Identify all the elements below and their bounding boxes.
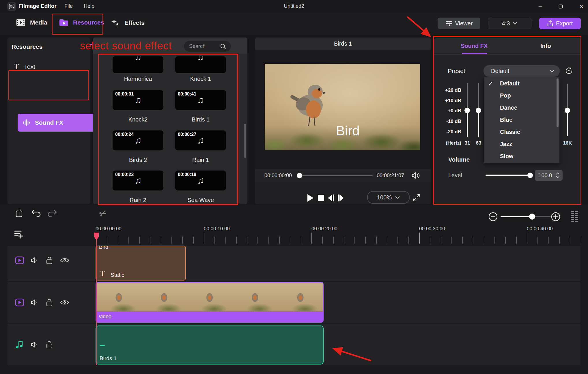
eq-band-handle[interactable]: [476, 108, 481, 113]
viewer-button-label: Viewer: [455, 20, 473, 27]
timeline-zoom-handle[interactable]: [529, 214, 535, 220]
chevron-down-icon: [395, 196, 400, 199]
track-mute-icon[interactable]: [31, 341, 39, 349]
spinner-icon[interactable]: [556, 172, 560, 179]
text-clip[interactable]: Bird T Static: [96, 246, 186, 280]
stop-button[interactable]: [318, 195, 324, 201]
sound-item-thumb[interactable]: 00:00:27 ♫: [175, 130, 226, 150]
tab-resources[interactable]: Resources: [59, 18, 104, 27]
preset-menu-item[interactable]: Jazz: [500, 141, 512, 147]
sound-item-thumb[interactable]: ♫: [175, 56, 226, 73]
preset-label: Preset: [448, 68, 465, 74]
eq-band-handle[interactable]: [464, 108, 470, 113]
redo-icon[interactable]: [47, 210, 57, 217]
eq-band-slider[interactable]: [567, 84, 568, 110]
preset-menu-item[interactable]: Default: [500, 80, 520, 87]
preset-dropdown[interactable]: Default: [484, 65, 560, 77]
eq-band-slider[interactable]: [478, 110, 479, 137]
track-lock-icon[interactable]: [46, 298, 53, 307]
ruler-major-ticks[interactable]: [96, 233, 582, 244]
audio-track-type-icon[interactable]: [16, 341, 24, 349]
minimize-button[interactable]: –: [534, 0, 547, 13]
text-track-type-icon[interactable]: [15, 256, 24, 264]
preview-panel: Birds 1 Bird 00:00:0: [255, 38, 431, 204]
menu-scrollbar[interactable]: [557, 78, 559, 127]
sound-item-name: Knock 1: [175, 76, 226, 82]
preset-menu-item[interactable]: Dance: [500, 104, 517, 111]
seek-handle[interactable]: [297, 173, 302, 178]
level-value-box[interactable]: 100.0: [535, 170, 563, 181]
play-button[interactable]: [307, 194, 314, 202]
eq-band-slider[interactable]: [478, 83, 479, 110]
add-track-icon[interactable]: [14, 230, 24, 240]
level-slider[interactable]: [486, 175, 531, 176]
sound-item-thumb[interactable]: 00:00:41 ♫: [175, 90, 226, 110]
track-lock-icon[interactable]: [46, 256, 53, 265]
close-button[interactable]: ×: [575, 0, 588, 13]
undo-icon[interactable]: [31, 210, 41, 217]
eq-band-slider[interactable]: [467, 83, 468, 110]
level-handle[interactable]: [527, 173, 533, 178]
sound-item-thumb[interactable]: 00:00:24 ♫: [113, 130, 163, 150]
fullscreen-icon[interactable]: [413, 194, 420, 201]
tab-info[interactable]: Info: [540, 43, 551, 49]
eq-band-slider[interactable]: [467, 110, 468, 137]
zoom-out-icon[interactable]: [488, 212, 498, 221]
preview-zoom-dropdown[interactable]: 100%: [367, 191, 410, 204]
sound-item-thumb[interactable]: 00:00:23 ♫: [113, 171, 163, 190]
total-time: 00:00:21:07: [377, 173, 404, 179]
viewer-sliders-icon: [445, 20, 452, 26]
video-clip[interactable]: video: [96, 282, 324, 323]
track-visibility-icon[interactable]: [60, 299, 69, 306]
sound-item-thumb[interactable]: 00:00:01 ♫: [113, 90, 163, 110]
preset-menu-item[interactable]: Classic: [500, 129, 520, 135]
delete-icon[interactable]: [15, 209, 23, 218]
menu-help[interactable]: Help: [84, 3, 94, 9]
preset-menu-item[interactable]: Pop: [500, 92, 511, 99]
reset-icon[interactable]: [565, 66, 573, 75]
search-box[interactable]: [184, 41, 231, 52]
tab-effects[interactable]: Effects: [111, 18, 145, 27]
split-scissors-icon[interactable]: ✂: [98, 207, 108, 219]
track-height-icon[interactable]: [570, 210, 579, 222]
sidebar-item-text[interactable]: T Text: [14, 60, 83, 73]
audio-clip[interactable]: Birds 1: [96, 326, 324, 364]
track-lock-icon[interactable]: [46, 340, 53, 349]
sidebar-item-soundfx[interactable]: Sound FX: [18, 114, 95, 132]
timeline-zoom-track-filled[interactable]: [501, 216, 532, 217]
tab-media[interactable]: Media: [16, 18, 47, 27]
speaker-icon[interactable]: [411, 171, 420, 179]
eq-band-slider[interactable]: [567, 110, 568, 136]
menu-file[interactable]: File: [64, 3, 73, 9]
grid-scrollbar[interactable]: [244, 124, 246, 158]
preset-menu-item[interactable]: Blue: [500, 117, 512, 123]
previous-frame-button[interactable]: [327, 194, 335, 202]
search-input[interactable]: [189, 42, 221, 50]
eq-band-value: 63: [474, 140, 483, 146]
preset-menu-item[interactable]: Slow: [500, 153, 514, 160]
zoom-in-icon[interactable]: [551, 212, 560, 221]
maximize-button[interactable]: [554, 0, 567, 13]
tab-soundfx[interactable]: Sound FX: [461, 43, 488, 49]
beamed-note-icon: ♫: [175, 175, 226, 186]
seek-bar[interactable]: [298, 175, 373, 176]
sound-item-thumb[interactable]: ♫: [113, 56, 163, 73]
track-mute-icon[interactable]: [31, 298, 39, 306]
sound-item-name: Rain 2: [113, 197, 163, 203]
video-clip-thumbnails: [96, 283, 323, 311]
viewer-button[interactable]: Viewer: [438, 18, 480, 29]
next-frame-button[interactable]: [337, 194, 345, 202]
volume-label: Volume: [448, 156, 470, 163]
effects-icon: [111, 18, 120, 27]
export-button[interactable]: Export: [539, 18, 581, 29]
playhead[interactable]: [96, 233, 97, 365]
eq-band-handle[interactable]: [565, 108, 570, 113]
sound-item-name: Rain 1: [175, 157, 226, 163]
ruler-label: 00:00:10:00: [204, 226, 230, 232]
sound-item-thumb[interactable]: 00:00:19 ♫: [175, 171, 226, 190]
track-mute-icon[interactable]: [31, 256, 39, 264]
video-track-type-icon[interactable]: [15, 298, 24, 306]
aspect-ratio-dropdown[interactable]: 4:3: [488, 18, 531, 29]
preview-controls-row: 100%: [255, 182, 431, 204]
track-visibility-icon[interactable]: [60, 257, 69, 263]
